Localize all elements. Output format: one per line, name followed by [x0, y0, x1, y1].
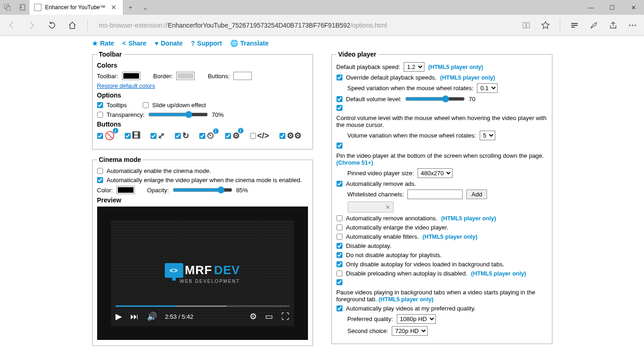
- remove-annotations-label: Automatically remove annotations.: [346, 215, 438, 222]
- restore-colors-link[interactable]: Restore default colors: [97, 82, 155, 89]
- auto-enlarge-player-checkbox[interactable]: [337, 224, 342, 230]
- url-path: /options.html: [350, 22, 387, 29]
- donate-link[interactable]: ♥Donate: [155, 40, 183, 47]
- btn-size-checkbox[interactable]: [151, 133, 157, 139]
- share-link[interactable]: <Share: [122, 40, 146, 47]
- btn-loop-checkbox[interactable]: [175, 133, 181, 139]
- control-volume-wheel-checkbox[interactable]: [337, 105, 342, 111]
- close-tab-icon[interactable]: ✕: [109, 4, 118, 11]
- cinema-opacity-label: Opacity:: [147, 187, 169, 194]
- remove-ads-label: Automatically remove ads.: [346, 180, 416, 187]
- reading-view-icon[interactable]: [517, 17, 535, 34]
- cinema-auto-enable-label: Automatically enable the cinema mode.: [107, 167, 211, 174]
- remove-annotations-checkbox[interactable]: [337, 215, 342, 221]
- logo-monitor-icon: <>: [165, 263, 183, 278]
- new-tab-button[interactable]: ＋: [123, 0, 138, 15]
- playback-speed-select[interactable]: 1.2: [404, 62, 424, 72]
- btn-script-checkbox[interactable]: [250, 133, 256, 139]
- disable-autoplay-checkbox[interactable]: [337, 243, 342, 249]
- add-button[interactable]: Add: [466, 190, 487, 199]
- cinema-color-swatch[interactable]: [116, 186, 135, 194]
- btn-options-checkbox[interactable]: [279, 133, 285, 139]
- tooltips-label: Tooltips: [107, 102, 127, 109]
- address-bar[interactable]: ms-browser-extension://EnhancerforYouTub…: [94, 19, 515, 32]
- second-choice-select[interactable]: 720p HD: [392, 326, 428, 336]
- no-disable-playlists-checkbox[interactable]: [337, 252, 342, 258]
- tooltips-checkbox[interactable]: [97, 102, 103, 108]
- nav-home-button[interactable]: [64, 17, 81, 34]
- transparency-checkbox[interactable]: [97, 112, 103, 118]
- cinema-auto-enable-checkbox[interactable]: [97, 168, 103, 174]
- browser-tab[interactable]: Enhancer for YouTube™ ✕: [29, 0, 123, 15]
- only-bg-autoplay-checkbox[interactable]: [337, 261, 342, 267]
- settings-gear-icon[interactable]: ⚙: [249, 311, 257, 322]
- pinned-size-label: Pinned video player size:: [348, 170, 414, 177]
- page-icon: [34, 4, 41, 11]
- svg-point-5: [635, 24, 636, 26]
- html5-note: (HTML5 player only): [441, 215, 496, 222]
- play-icon[interactable]: ▶: [116, 311, 122, 322]
- theater-icon[interactable]: ▭: [265, 311, 273, 322]
- logo-mrf: MRF: [185, 263, 212, 277]
- preferred-quality-select[interactable]: 1080p HD: [397, 314, 436, 324]
- more-icon[interactable]: [624, 17, 641, 34]
- auto-quality-checkbox[interactable]: [337, 305, 342, 311]
- pinned-size-select[interactable]: 480x270: [418, 168, 453, 178]
- override-speeds-checkbox[interactable]: [337, 75, 342, 80]
- default-volume-slider[interactable]: [405, 95, 465, 103]
- speed-variation-select[interactable]: 0.1: [477, 83, 498, 93]
- translate-link[interactable]: 🌐Translate: [230, 40, 268, 47]
- next-icon[interactable]: ⏭: [130, 312, 139, 322]
- window-close-button[interactable]: ✕: [623, 0, 644, 15]
- tab-dropdown-icon[interactable]: ⌄: [138, 0, 153, 15]
- slide-effect-checkbox[interactable]: [143, 102, 149, 108]
- auto-filters-checkbox[interactable]: [337, 234, 342, 240]
- pause-bg-checkbox[interactable]: [337, 279, 342, 285]
- video-player-section: Video player Default playback speed: 1.2…: [331, 51, 552, 344]
- cinema-opacity-slider[interactable]: [173, 186, 232, 194]
- transparency-slider[interactable]: [148, 111, 208, 118]
- hub-icon[interactable]: [566, 17, 583, 34]
- cinema-color-label: Color:: [97, 187, 113, 194]
- pin-player-checkbox[interactable]: [337, 143, 342, 149]
- progress-bar[interactable]: [116, 305, 290, 307]
- rate-link[interactable]: ★Rate: [92, 40, 114, 47]
- btn-block-checkbox[interactable]: [97, 133, 103, 139]
- support-link[interactable]: ?Support: [191, 40, 222, 47]
- btn-speed-checkbox[interactable]: [199, 133, 205, 139]
- nav-back-button[interactable]: [3, 17, 20, 34]
- default-volume-checkbox[interactable]: [337, 96, 342, 102]
- notes-icon[interactable]: [585, 17, 603, 34]
- fullscreen-icon[interactable]: ⛶: [281, 312, 290, 322]
- border-color-swatch[interactable]: [176, 72, 195, 80]
- nav-forward-button[interactable]: [23, 17, 41, 34]
- url-prefix: ms-browser-extension://: [99, 22, 168, 29]
- disable-preload-checkbox[interactable]: [337, 270, 342, 276]
- btn-filters-checkbox[interactable]: [225, 133, 231, 139]
- whitelist-input[interactable]: [407, 190, 463, 199]
- volume-variation-select[interactable]: 5: [480, 131, 495, 140]
- share-icon[interactable]: [604, 17, 622, 34]
- set-aside-tabs-icon[interactable]: [15, 0, 29, 15]
- btn-cinema-checkbox[interactable]: [125, 133, 131, 139]
- cinema-auto-enlarge-checkbox[interactable]: [97, 177, 103, 183]
- remove-ads-checkbox[interactable]: [337, 181, 342, 187]
- whitelist-entry[interactable]: ✕: [348, 201, 394, 213]
- buttons-color-swatch[interactable]: [233, 72, 252, 80]
- toolbar-legend: Toolbar: [97, 51, 124, 58]
- favorite-star-icon[interactable]: [537, 17, 554, 34]
- volume-icon[interactable]: 🔊: [147, 311, 157, 322]
- auto-filters-label: Automatically enable filters.: [346, 233, 419, 240]
- window-titlebar: Enhancer for YouTube™ ✕ ＋ ⌄ — ☐ ✕: [0, 0, 644, 15]
- code-icon: </>: [257, 131, 269, 141]
- cinema-legend: Cinema mode: [97, 156, 143, 163]
- speed-variation-label: Speed variation when the mouse wheel rot…: [348, 85, 474, 92]
- tab-actions-icon[interactable]: [0, 0, 15, 15]
- toolbar-color-label: Toolbar:: [97, 73, 118, 80]
- page-scroll-area[interactable]: ★Rate <Share ♥Donate ?Support 🌐Translate…: [0, 36, 644, 362]
- toolbar-color-swatch[interactable]: [122, 72, 140, 80]
- no-disable-playlists-label: Do not disable autoplay for playlists.: [346, 252, 442, 259]
- window-minimize-button[interactable]: —: [580, 0, 602, 15]
- window-maximize-button[interactable]: ☐: [602, 0, 623, 15]
- nav-refresh-button[interactable]: [43, 17, 61, 34]
